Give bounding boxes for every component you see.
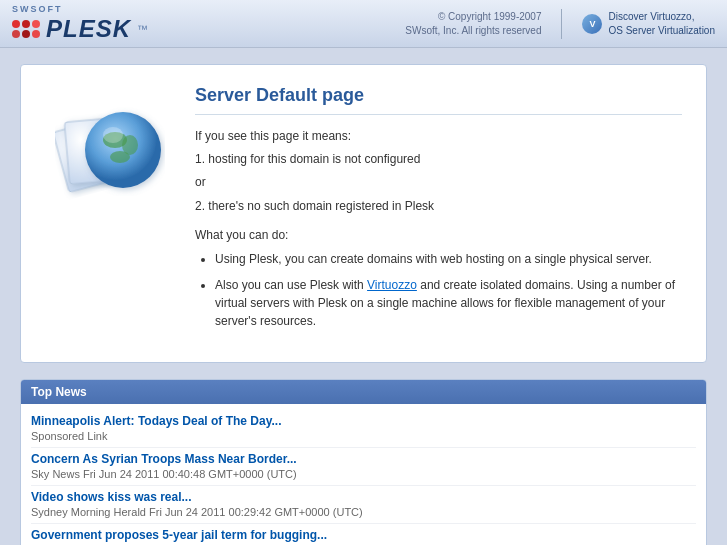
- news-item: Government proposes 5-year jail term for…: [31, 524, 696, 545]
- news-source-1: Sky News Fri Jun 24 2011 00:40:48 GMT+00…: [31, 468, 297, 480]
- virtuozzo-icon: V: [582, 14, 602, 34]
- server-description: If you see this page it means: 1. hostin…: [195, 127, 682, 216]
- news-list: Minneapolis Alert: Todays Deal of The Da…: [21, 404, 706, 545]
- what-you-can-text: What you can do:: [195, 228, 682, 242]
- svg-point-5: [110, 151, 130, 163]
- plesk-logo-dots: [12, 20, 40, 38]
- news-item: Minneapolis Alert: Todays Deal of The Da…: [31, 410, 696, 448]
- news-item: Concern As Syrian Troops Mass Near Borde…: [31, 448, 696, 486]
- server-default-box: Server Default page If you see this page…: [20, 64, 707, 363]
- bullet-list: Using Plesk, you can create domains with…: [195, 250, 682, 330]
- virtuozzo-promo[interactable]: V Discover Virtuozzo, OS Server Virtuali…: [582, 10, 715, 38]
- news-link-3[interactable]: Government proposes 5-year jail term for…: [31, 528, 696, 542]
- news-section: Top News Minneapolis Alert: Todays Deal …: [20, 379, 707, 545]
- news-source-2: Sydney Morning Herald Fri Jun 24 2011 00…: [31, 506, 363, 518]
- news-header: Top News: [21, 380, 706, 404]
- main-container: Server Default page If you see this page…: [0, 48, 727, 545]
- news-item: Video shows kiss was real... Sydney Morn…: [31, 486, 696, 524]
- news-source-0: Sponsored Link: [31, 430, 107, 442]
- globe-svg: [55, 95, 165, 215]
- logo-area: SWSOFT PLESK ™: [12, 4, 148, 43]
- server-page-title: Server Default page: [195, 85, 682, 115]
- header: SWSOFT PLESK ™ © Copyright 1999-2007 SWs…: [0, 0, 727, 48]
- bullet-item-1: Using Plesk, you can create domains with…: [215, 250, 682, 268]
- virtuozzo-link[interactable]: Virtuozzo: [367, 278, 417, 292]
- header-right: © Copyright 1999-2007 SWsoft, Inc. All r…: [405, 9, 715, 39]
- svg-point-6: [103, 127, 123, 143]
- globe-area: [45, 85, 175, 338]
- swsoft-label: SWSOFT: [12, 4, 63, 14]
- news-link-2[interactable]: Video shows kiss was real...: [31, 490, 696, 504]
- svg-point-2: [85, 112, 161, 188]
- news-link-0[interactable]: Minneapolis Alert: Todays Deal of The Da…: [31, 414, 696, 428]
- server-content: Server Default page If you see this page…: [195, 85, 682, 338]
- plesk-label: PLESK: [46, 15, 131, 43]
- copyright-text: © Copyright 1999-2007 SWsoft, Inc. All r…: [405, 10, 541, 38]
- bullet-item-2: Also you can use Plesk with Virtuozzo an…: [215, 276, 682, 330]
- virtuozzo-text: Discover Virtuozzo, OS Server Virtualiza…: [608, 10, 715, 38]
- news-link-1[interactable]: Concern As Syrian Troops Mass Near Borde…: [31, 452, 696, 466]
